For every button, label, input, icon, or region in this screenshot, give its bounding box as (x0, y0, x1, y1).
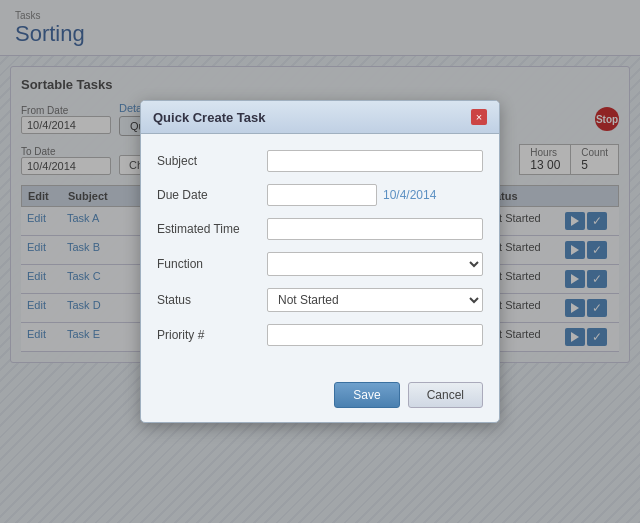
function-select[interactable] (267, 252, 483, 276)
subject-input[interactable] (267, 150, 483, 172)
modal-close-button[interactable]: × (471, 109, 487, 125)
due-date-input[interactable] (267, 184, 377, 206)
due-date-label: Due Date (157, 188, 267, 202)
save-button[interactable]: Save (334, 382, 399, 408)
function-label: Function (157, 257, 267, 271)
estimated-time-label: Estimated Time (157, 222, 267, 236)
subject-row: Subject (157, 150, 483, 172)
status-label: Status (157, 293, 267, 307)
modal-body: Subject Due Date 10/4/2014 Estimated Tim… (141, 134, 499, 374)
modal-overlay: Quick Create Task × Subject Due Date 10/… (0, 0, 640, 523)
status-row: Status Not Started In Progress Completed… (157, 288, 483, 312)
function-row: Function (157, 252, 483, 276)
priority-label: Priority # (157, 328, 267, 342)
estimated-time-input[interactable] (267, 218, 483, 240)
modal-footer: Save Cancel (141, 374, 499, 422)
priority-input[interactable] (267, 324, 483, 346)
status-select[interactable]: Not Started In Progress Completed Pendin… (267, 288, 483, 312)
estimated-time-row: Estimated Time (157, 218, 483, 240)
subject-label: Subject (157, 154, 267, 168)
quick-create-modal: Quick Create Task × Subject Due Date 10/… (140, 100, 500, 423)
modal-title: Quick Create Task (153, 110, 265, 125)
priority-row: Priority # (157, 324, 483, 346)
due-date-row: Due Date 10/4/2014 (157, 184, 483, 206)
due-date-link[interactable]: 10/4/2014 (383, 188, 436, 202)
modal-header: Quick Create Task × (141, 101, 499, 134)
cancel-button[interactable]: Cancel (408, 382, 483, 408)
